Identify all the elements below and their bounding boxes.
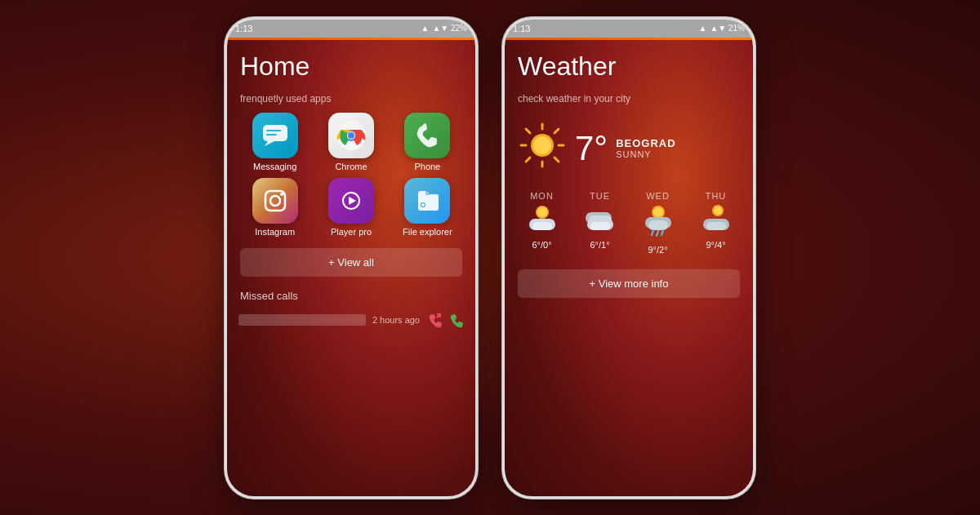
forecast-svg-tue [584, 204, 617, 233]
missed-call-time: 2 hours ago [372, 315, 420, 325]
missed-calls-label: Missed calls [227, 288, 475, 307]
instagram-svg [261, 187, 289, 215]
app-icon-instagram [252, 178, 298, 224]
signal-icon: ▲ [421, 24, 430, 33]
app-files[interactable]: File explorer [393, 178, 462, 237]
svg-line-18 [526, 129, 530, 133]
svg-line-19 [555, 158, 559, 162]
view-all-button[interactable]: + View all [240, 248, 462, 277]
forecast-icon-mon [526, 204, 559, 237]
missed-call-row: 2 hours ago [227, 307, 475, 333]
forecast-thu: THU 9°/4° [700, 191, 733, 255]
missed-call-name-blur [238, 314, 366, 326]
svg-point-9 [270, 196, 280, 206]
app-label-files: File explorer [403, 227, 452, 237]
svg-line-20 [555, 129, 559, 133]
call-back-icon[interactable] [448, 312, 464, 328]
forecast-day-tue: TUE [590, 191, 610, 201]
forecast-icon-wed [642, 204, 675, 242]
forecast-wed: WED [642, 191, 675, 255]
forecast-temp-thu: 9°/4° [706, 240, 725, 250]
status-bar-home: 1:13 ▲ ▲▼ 22% [227, 20, 475, 38]
home-content: Home frenquetly used apps [227, 38, 475, 496]
svg-point-7 [348, 132, 354, 139]
forecast-svg-mon [526, 204, 559, 233]
forecast-svg-thu [700, 204, 733, 233]
app-phone[interactable]: Phone [393, 113, 462, 171]
app-label-chrome: Chrome [335, 162, 367, 171]
weather-content: Weather check weather in your city [505, 38, 753, 496]
apps-section-label: frenquetly used apps [227, 88, 475, 113]
status-time-home: 1:13 [235, 24, 252, 33]
svg-marker-12 [349, 197, 356, 205]
phone-svg [413, 122, 441, 149]
svg-marker-1 [265, 141, 274, 146]
forecast-mon: MON 6°/0° [526, 191, 559, 255]
app-icon-music [328, 178, 374, 224]
svg-rect-42 [706, 222, 726, 230]
phone-weather: 1:13 ▲ ▲▼ 21% Weather check weather in y… [502, 17, 755, 499]
apps-grid: Messaging [227, 113, 475, 237]
city-block: BEOGRAD SUNNY [616, 137, 675, 159]
weather-title: Weather [505, 40, 753, 88]
app-icon-phone [404, 113, 450, 158]
app-label-instagram: Instagram [255, 227, 295, 237]
svg-rect-0 [263, 125, 287, 141]
sun-icon-large [518, 121, 567, 176]
status-time-weather: 1:13 [513, 24, 530, 33]
app-label-messaging: Messaging [253, 162, 296, 171]
forecast-icon-tue [584, 204, 617, 237]
forecast-icon-thu [700, 204, 733, 237]
music-svg [337, 187, 365, 215]
app-label-phone: Phone [414, 162, 440, 171]
svg-line-38 [662, 230, 663, 235]
chrome-svg [336, 121, 366, 150]
forecast-day-mon: MON [530, 191, 554, 201]
app-chrome[interactable]: Chrome [316, 113, 385, 171]
svg-rect-31 [590, 222, 610, 230]
app-instagram[interactable]: Instagram [240, 178, 310, 237]
weather-section-label: check weather in your city [505, 88, 753, 113]
current-temp: 7° [575, 129, 608, 168]
status-bar-weather: 1:13 ▲ ▲▼ 21% [505, 20, 753, 38]
forecast-tue: TUE 6°/1° [584, 191, 617, 255]
weather-forecast: MON 6°/0° [505, 188, 753, 263]
app-label-music: Player pro [331, 227, 372, 237]
battery-icon: ▲▼ 22% [432, 24, 467, 33]
svg-point-40 [714, 206, 722, 215]
svg-rect-2 [266, 130, 281, 131]
svg-point-33 [653, 207, 663, 217]
home-screen: Home frenquetly used apps [227, 38, 475, 496]
weather-screen: Weather check weather in your city [505, 38, 753, 496]
svg-point-25 [537, 207, 547, 217]
status-icons-weather: ▲ ▲▼ 21% [699, 24, 746, 33]
weather-condition: SUNNY [616, 149, 675, 159]
phone-home: 1:13 ▲ ▲▼ 22% Home frenquetly used apps [225, 17, 478, 499]
app-music[interactable]: Player pro [316, 178, 385, 237]
home-title: Home [227, 40, 475, 88]
svg-line-37 [657, 231, 658, 236]
svg-rect-35 [648, 220, 668, 230]
forecast-svg-wed [642, 204, 675, 238]
svg-point-10 [280, 193, 283, 196]
signal-icon-w: ▲ [699, 24, 707, 33]
messaging-svg [261, 122, 289, 149]
svg-line-36 [652, 230, 653, 235]
missed-call-icon [426, 312, 443, 328]
svg-rect-3 [266, 134, 277, 135]
app-icon-chrome [328, 113, 374, 158]
app-messaging[interactable]: Messaging [240, 113, 310, 171]
forecast-temp-tue: 6°/1° [590, 240, 609, 250]
svg-point-23 [533, 136, 551, 154]
forecast-temp-wed: 9°/2° [648, 245, 667, 255]
battery-icon-w: ▲▼ 21% [710, 24, 745, 33]
view-more-button[interactable]: + View more info [518, 269, 740, 298]
svg-line-21 [526, 158, 530, 162]
call-icons [426, 312, 464, 328]
weather-main: 7° BEOGRAD SUNNY [505, 113, 753, 188]
status-icons-home: ▲ ▲▼ 22% [421, 24, 468, 33]
svg-rect-27 [532, 222, 552, 230]
city-name: BEOGRAD [616, 137, 675, 149]
app-icon-file [404, 178, 450, 224]
app-icon-messaging [252, 113, 298, 158]
